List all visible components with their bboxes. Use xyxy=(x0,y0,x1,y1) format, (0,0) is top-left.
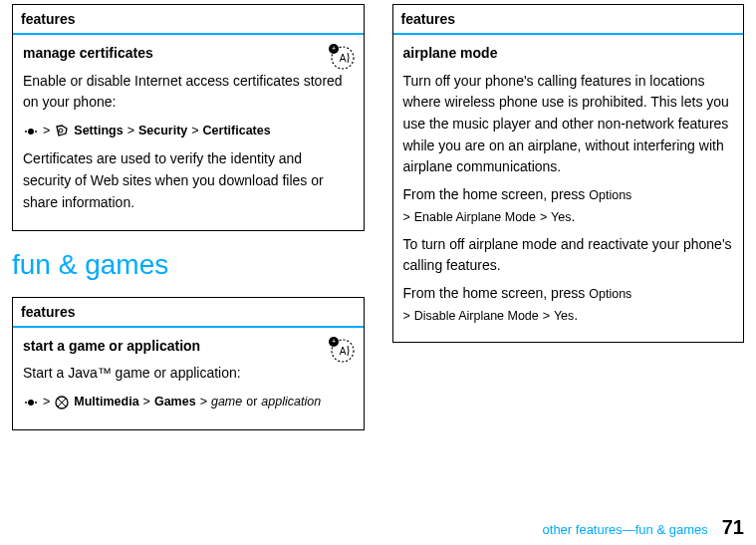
multimedia-label: Multimedia xyxy=(74,393,138,411)
svg-point-5 xyxy=(25,131,27,133)
airplane-body3: To turn off airplane mode and reactivate… xyxy=(403,234,734,277)
left-column: features + A manage certificates Enable … xyxy=(12,4,365,448)
svg-point-13 xyxy=(25,402,27,404)
features-header: features xyxy=(13,5,364,35)
start-game-title: start a game or application xyxy=(23,336,354,358)
period: . xyxy=(574,307,578,323)
svg-point-6 xyxy=(35,131,37,133)
gt: > xyxy=(403,309,410,323)
antenna-icon: + A xyxy=(326,334,356,364)
gt: > xyxy=(43,393,50,411)
certificates-menu-path: > Settings > Security > Certificates xyxy=(23,122,354,140)
antenna-icon: + A xyxy=(326,41,356,71)
page-footer: other features—fun & games 71 xyxy=(543,516,744,539)
svg-point-4 xyxy=(28,129,34,135)
multimedia-icon xyxy=(54,395,70,410)
start-game-cell: + A start a game or application Start a … xyxy=(13,328,364,430)
manage-certificates-title: manage certificates xyxy=(23,43,354,65)
games-label: Games xyxy=(154,393,196,411)
features-header: features xyxy=(393,5,744,35)
period: . xyxy=(572,208,576,224)
right-column: features airplane mode Turn off your pho… xyxy=(392,4,745,448)
gt: > xyxy=(200,393,207,411)
gt: > xyxy=(540,210,547,224)
footer-label: other features—fun & games xyxy=(543,522,708,537)
svg-text:A: A xyxy=(339,53,346,64)
gt: > xyxy=(191,122,198,140)
games-menu-path: > Multimedia > Games > game or applicati… xyxy=(23,393,354,411)
airplane-enable-path: From the home screen, press Options > En… xyxy=(403,184,734,227)
airplane-mode-title: airplane mode xyxy=(403,43,734,65)
svg-point-7 xyxy=(59,129,63,133)
svg-text:+: + xyxy=(331,45,335,52)
gt: > xyxy=(543,309,550,323)
features-box-airplane: features airplane mode Turn off your pho… xyxy=(392,4,745,343)
features-header: features xyxy=(13,298,364,328)
airplane-body2a: From the home screen, press xyxy=(403,186,590,202)
features-box-certificates: features + A manage certificates Enable … xyxy=(12,4,365,231)
airplane-body1: Turn off your phone's calling features i… xyxy=(403,71,734,178)
fun-and-games-heading: fun & games xyxy=(12,249,365,281)
footer-page-number: 71 xyxy=(722,516,744,539)
svg-point-14 xyxy=(35,402,37,404)
settings-label: Settings xyxy=(74,122,123,140)
gt: > xyxy=(127,122,134,140)
certificates-label: Certificates xyxy=(203,122,271,140)
gt: > xyxy=(403,210,410,224)
security-label: Security xyxy=(138,122,187,140)
manage-certificates-body1: Enable or disable Internet access certif… xyxy=(23,71,354,114)
features-box-games: features + A start a game or application… xyxy=(12,297,365,431)
airplane-body4a: From the home screen, press xyxy=(403,285,590,301)
options-label: Options xyxy=(589,287,631,301)
airplane-disable-path: From the home screen, press Options > Di… xyxy=(403,283,734,326)
yes-label: Yes xyxy=(551,210,571,224)
airplane-mode-cell: airplane mode Turn off your phone's call… xyxy=(393,35,744,342)
settings-icon xyxy=(54,124,70,139)
gt: > xyxy=(143,393,150,411)
yes-label: Yes xyxy=(554,309,574,323)
key-press-icon xyxy=(23,124,39,139)
svg-text:+: + xyxy=(331,338,335,345)
options-label: Options xyxy=(589,188,631,202)
gt: > xyxy=(43,122,50,140)
manage-certificates-cell: + A manage certificates Enable or disabl… xyxy=(13,35,364,230)
disable-airplane-label: Disable Airplane Mode xyxy=(414,309,539,323)
game-italic: game xyxy=(211,393,242,411)
or-text: or xyxy=(246,393,257,411)
manage-certificates-body2: Certificates are used to verify the iden… xyxy=(23,148,354,213)
start-game-body1: Start a Java™ game or application: xyxy=(23,363,354,385)
svg-point-12 xyxy=(28,400,34,406)
application-italic: application xyxy=(261,393,321,411)
enable-airplane-label: Enable Airplane Mode xyxy=(414,210,536,224)
key-press-icon xyxy=(23,395,39,410)
svg-text:A: A xyxy=(339,346,346,357)
